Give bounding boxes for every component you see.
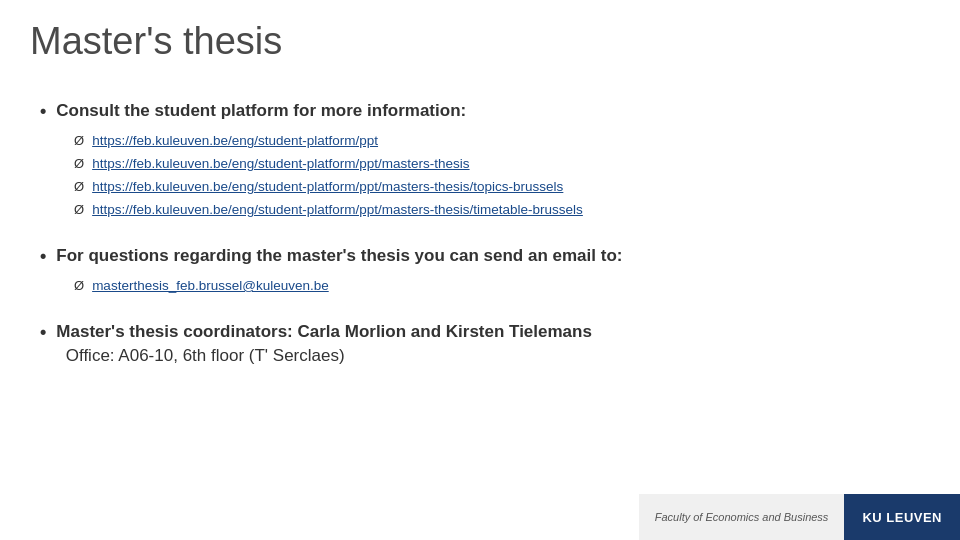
link-2[interactable]: https://feb.kuleuven.be/eng/student-plat… bbox=[92, 153, 469, 176]
bullet-text-1: Consult the student platform for more in… bbox=[56, 99, 466, 123]
link-3[interactable]: https://feb.kuleuven.be/eng/student-plat… bbox=[92, 176, 563, 199]
bullet-text-3: Master's thesis coordinators: Carla Morl… bbox=[56, 320, 592, 368]
bullet-main-2: • For questions regarding the master's t… bbox=[40, 244, 930, 269]
footer-faculty-text: Faculty of Economics and Business bbox=[639, 494, 845, 540]
slide: Master's thesis • Consult the student pl… bbox=[0, 0, 960, 540]
bullet-dot-3: • bbox=[40, 320, 46, 345]
sub-list-1: https://feb.kuleuven.be/eng/student-plat… bbox=[40, 130, 930, 222]
bullet-text-2: For questions regarding the master's the… bbox=[56, 244, 622, 268]
list-item: https://feb.kuleuven.be/eng/student-plat… bbox=[74, 153, 930, 176]
email-link[interactable]: masterthesis_feb.brussel@kuleuven.be bbox=[92, 275, 329, 298]
footer-logo: KU LEUVEN bbox=[844, 494, 960, 540]
footer: Faculty of Economics and Business KU LEU… bbox=[0, 494, 960, 540]
footer-brand: Faculty of Economics and Business KU LEU… bbox=[639, 494, 960, 540]
list-item: https://feb.kuleuven.be/eng/student-plat… bbox=[74, 199, 930, 222]
link-1[interactable]: https://feb.kuleuven.be/eng/student-plat… bbox=[92, 130, 378, 153]
bullet-item-3: • Master's thesis coordinators: Carla Mo… bbox=[40, 320, 930, 368]
list-item: https://feb.kuleuven.be/eng/student-plat… bbox=[74, 130, 930, 153]
bullet-item-1: • Consult the student platform for more … bbox=[40, 99, 930, 222]
list-item: https://feb.kuleuven.be/eng/student-plat… bbox=[74, 176, 930, 199]
slide-title: Master's thesis bbox=[30, 20, 930, 71]
bullet-main-1: • Consult the student platform for more … bbox=[40, 99, 930, 124]
content-area: • Consult the student platform for more … bbox=[30, 99, 930, 368]
bullet-dot-1: • bbox=[40, 99, 46, 124]
bullet-dot-2: • bbox=[40, 244, 46, 269]
link-4[interactable]: https://feb.kuleuven.be/eng/student-plat… bbox=[92, 199, 583, 222]
sub-list-2: masterthesis_feb.brussel@kuleuven.be bbox=[40, 275, 930, 298]
bullet-main-3: • Master's thesis coordinators: Carla Mo… bbox=[40, 320, 930, 368]
list-item: masterthesis_feb.brussel@kuleuven.be bbox=[74, 275, 930, 298]
bullet-item-2: • For questions regarding the master's t… bbox=[40, 244, 930, 298]
